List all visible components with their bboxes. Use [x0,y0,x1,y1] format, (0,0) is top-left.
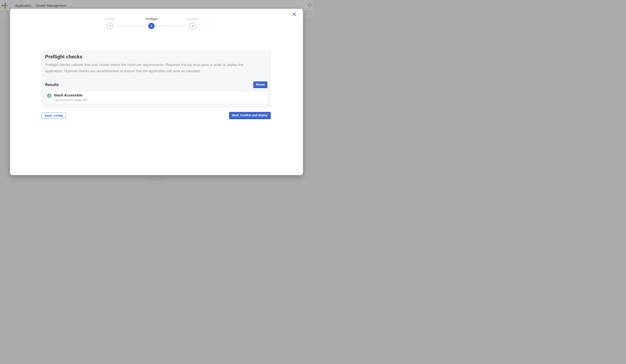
next-confirm-deploy-button[interactable]: Next: Confirm and deploy [229,112,271,119]
step-connector [115,26,147,26]
step-circle-config[interactable]: 1 [107,23,113,29]
step-label-config: Config [93,17,127,21]
step-circle-confirm[interactable]: 3 [190,23,196,29]
panel-description-line1: Preflight checks validate that your clus… [45,63,243,67]
step-label-preflight: Preflight [135,17,168,21]
step-label-confirm: Confirm [176,17,210,21]
results-header-row: Results Rerun [45,81,268,88]
results-heading: Results [45,83,59,87]
preflight-checks-panel: Preflight checks Preflight checks valida… [41,51,271,108]
step-circle-preflight[interactable]: 2 [148,23,155,29]
close-icon[interactable] [291,11,297,17]
check-name: Slack Accessible [54,93,87,98]
rerun-button[interactable]: Rerun [253,81,268,88]
panel-description: Preflight checks validate that your clus… [45,62,268,74]
check-detail: Can access the Slack API [54,98,87,102]
back-config-button[interactable]: Back: Config [41,112,66,119]
panel-description-line2: application. Optional checks are recomme… [45,69,200,73]
panel-title: Preflight checks [45,54,268,60]
check-result-row: Slack Accessible Can access the Slack AP… [45,91,268,104]
step-connector [156,26,189,26]
overflow-menu-icon[interactable] [308,3,312,7]
app-logo-icon [1,2,7,9]
app-version-label: v1.125.2 [0,177,313,181]
preflight-wizard-modal: Config Preflight Confirm 1 2 3 Preflight… [10,9,303,175]
check-texts: Slack Accessible Can access the Slack AP… [54,93,87,102]
check-pass-icon [47,94,51,98]
